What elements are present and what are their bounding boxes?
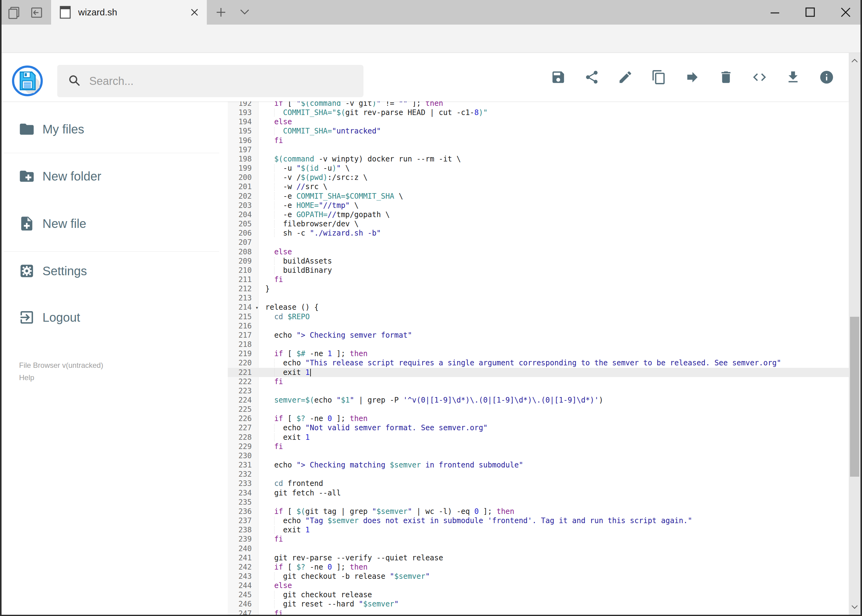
code-text[interactable]: else (258, 581, 849, 590)
code-line: 217 echo "> Checking semver format" (228, 331, 849, 340)
code-text[interactable]: echo "Tag $semver does not exist in subm… (258, 516, 849, 525)
code-text[interactable]: } (258, 284, 849, 293)
tab-dropdown-icon[interactable] (240, 8, 250, 16)
code-line: 215 cd $REPO (228, 312, 849, 321)
download-button[interactable] (785, 69, 801, 85)
code-text[interactable] (258, 451, 849, 460)
code-text[interactable] (258, 238, 849, 247)
code-text[interactable]: -u "$(id -u)" \ (258, 163, 849, 173)
copy-button[interactable] (651, 69, 667, 85)
code-text[interactable] (258, 293, 849, 303)
save-button[interactable] (550, 69, 566, 85)
code-text[interactable]: if [ $? -ne 0 ]; then (258, 414, 849, 423)
code-text[interactable] (258, 498, 849, 507)
move-button[interactable] (685, 69, 700, 85)
code-text[interactable]: fi (258, 275, 849, 284)
line-number: 237 (228, 516, 258, 525)
code-text[interactable]: else (258, 247, 849, 256)
code-text[interactable] (258, 145, 849, 154)
set-tabs-aside-icon[interactable] (29, 6, 43, 20)
search-input[interactable] (89, 74, 341, 88)
code-text[interactable]: echo "> Checking matching $semver in fro… (258, 460, 849, 470)
code-text[interactable]: if [ $(git tag | grep "$semver" | wc -l)… (258, 507, 849, 516)
code-text[interactable]: git fetch --all (258, 489, 849, 498)
maximize-button[interactable] (802, 4, 819, 21)
filebrowser-logo[interactable] (12, 66, 43, 96)
code-text[interactable]: -e COMMIT_SHA=$COMMIT_SHA \ (258, 192, 849, 201)
code-text[interactable] (258, 470, 849, 479)
code-text[interactable] (258, 544, 849, 553)
code-text[interactable]: git checkout -b release "$semver" (258, 572, 849, 581)
code-text[interactable]: cd $REPO (258, 312, 849, 321)
code-text[interactable]: if [ "$(command -v git)" != "" ]; then (258, 102, 849, 108)
code-text[interactable] (258, 321, 849, 331)
code-text[interactable]: COMMIT_SHA="$(git rev-parse HEAD | cut -… (258, 108, 849, 117)
code-text[interactable]: buildBinary (258, 266, 849, 275)
code-text[interactable]: COMMIT_SHA="untracked" (258, 126, 849, 136)
code-text[interactable]: fi (258, 136, 849, 145)
scroll-down-icon[interactable] (851, 603, 858, 610)
tab-close-icon[interactable] (190, 8, 199, 17)
tab-preview-icon[interactable] (8, 6, 22, 20)
sidebar-item-new-file[interactable]: New file (0, 207, 228, 240)
code-text[interactable] (258, 340, 849, 349)
code-text[interactable]: if [ $? -ne 0 ]; then (258, 563, 849, 572)
line-number: 200 (228, 173, 258, 182)
delete-button[interactable] (718, 69, 734, 85)
line-number: 245 (228, 590, 258, 599)
share-button[interactable] (584, 69, 599, 85)
code-text[interactable]: sh -c "./wizard.sh -b" (258, 228, 849, 238)
new-tab-icon[interactable] (216, 7, 227, 18)
line-number: 205 (228, 219, 258, 228)
code-text[interactable]: -e GOPATH=//tmp/gopath \ (258, 210, 849, 219)
code-line: 225 (228, 405, 849, 414)
raw-code-button[interactable] (752, 69, 767, 85)
fold-marker-icon[interactable]: ▾ (255, 303, 258, 312)
code-text[interactable]: fi (258, 609, 849, 615)
code-text[interactable]: git reset --hard "$semver" (258, 599, 849, 609)
code-text[interactable]: filebrowser/dev \ (258, 219, 849, 228)
code-text[interactable]: buildAssets (258, 256, 849, 266)
code-text[interactable]: -v /$(pwd):/src:z \ (258, 173, 849, 182)
sidebar-item-my-files[interactable]: My files (0, 112, 228, 146)
code-text[interactable] (258, 386, 849, 396)
code-text[interactable]: exit 1 (258, 368, 849, 377)
code-text[interactable]: cd frontend (258, 479, 849, 488)
line-number: 206 (228, 228, 258, 238)
sidebar-item-settings[interactable]: Settings (0, 254, 228, 288)
code-text[interactable]: exit 1 (258, 525, 849, 534)
code-line: 239 fi (228, 534, 849, 544)
code-text[interactable]: fi (258, 442, 849, 451)
code-text[interactable]: exit 1 (258, 433, 849, 442)
code-text[interactable]: release () { (258, 303, 849, 312)
code-text[interactable]: echo "Not valid semver format. See semve… (258, 423, 849, 432)
code-text[interactable]: fi (258, 377, 849, 386)
info-button[interactable] (819, 69, 834, 85)
code-text[interactable] (258, 405, 849, 414)
line-number: 215 (228, 312, 258, 321)
code-text[interactable]: $(command -v winpty) docker run --rm -it… (258, 154, 849, 163)
code-text[interactable]: echo "This release script requires a sin… (258, 358, 849, 368)
code-text[interactable]: semver=$(echo "$1" | grep -P '^v(0|[1-9]… (258, 396, 849, 405)
close-button[interactable] (837, 4, 854, 21)
code-text[interactable]: else (258, 117, 849, 126)
scrollbar-thumb[interactable] (850, 317, 859, 477)
code-text[interactable]: fi (258, 534, 849, 544)
sidebar-item-new-folder[interactable]: New folder (0, 159, 228, 193)
code-line: 245 git checkout release (228, 590, 849, 599)
code-text[interactable]: git rev-parse --verify --quiet release (258, 553, 849, 563)
code-text[interactable]: git checkout release (258, 590, 849, 599)
search-box[interactable] (57, 65, 364, 97)
code-text[interactable]: if [ $# -ne 1 ]; then (258, 349, 849, 358)
scroll-up-icon[interactable] (851, 57, 858, 64)
code-text[interactable]: echo "> Checking semver format" (258, 331, 849, 340)
code-editor[interactable]: 192 if [ "$(command -v git)" != "" ]; th… (228, 102, 849, 615)
code-text[interactable]: -w //src \ (258, 182, 849, 191)
page-scrollbar[interactable] (849, 53, 860, 615)
help-link[interactable]: Help (19, 371, 103, 384)
rename-button[interactable] (618, 69, 633, 85)
minimize-button[interactable] (766, 4, 783, 21)
browser-tab[interactable]: wizard.sh (51, 0, 207, 25)
code-text[interactable]: -e HOME="//tmp" \ (258, 201, 849, 210)
sidebar-item-logout[interactable]: Logout (0, 300, 228, 334)
